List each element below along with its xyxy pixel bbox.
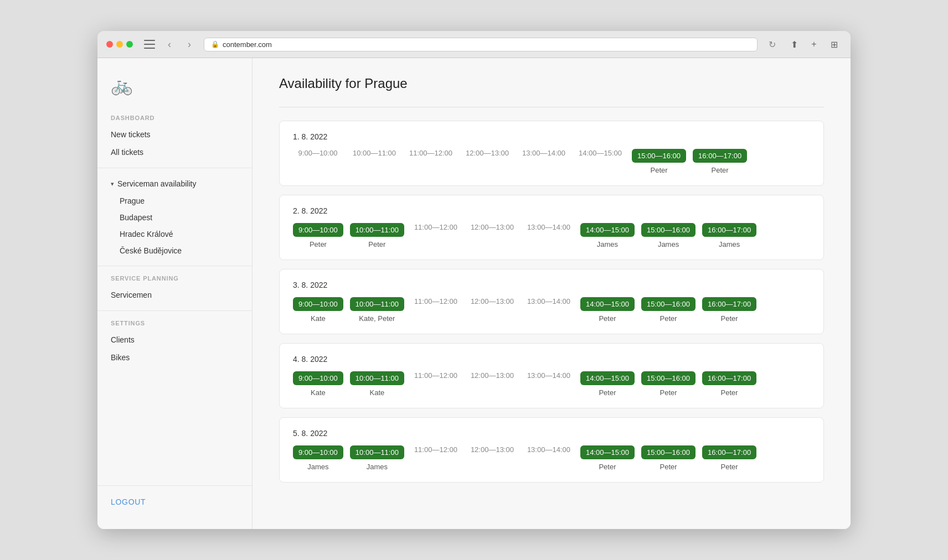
- slot-time-4-7: 15:00—16:00: [641, 371, 695, 385]
- slot-5-6[interactable]: 14:00—15:00Peter: [580, 445, 635, 471]
- slot-time-1-7: 15:00—16:00: [632, 149, 686, 163]
- slot-person-4-1: Kate: [311, 388, 326, 397]
- slot-2-4[interactable]: 12:00—13:00: [467, 223, 517, 248]
- slot-4-2[interactable]: 10:00—11:00Kate: [350, 371, 404, 397]
- slot-2-3[interactable]: 11:00—12:00: [411, 223, 461, 248]
- slot-2-8[interactable]: 16:00—17:00James: [702, 223, 756, 248]
- slot-time-5-6: 14:00—15:00: [580, 445, 635, 459]
- availability-card-day-1: 1. 8. 20229:00—10:0010:00—11:0011:00—12:…: [279, 121, 824, 186]
- slot-2-7[interactable]: 15:00—16:00James: [641, 223, 695, 248]
- grid-button[interactable]: ⊞: [826, 37, 842, 52]
- new-tab-button[interactable]: +: [806, 37, 822, 52]
- slot-person-3-6: Peter: [599, 314, 616, 323]
- slot-time-2-2: 10:00—11:00: [350, 223, 404, 237]
- address-bar[interactable]: 🔒 contember.com: [204, 38, 758, 51]
- sidebar-toggle-icon[interactable]: [144, 40, 155, 49]
- slot-4-5[interactable]: 13:00—14:00: [524, 371, 574, 397]
- sidebar-item-all-tickets[interactable]: All tickets: [97, 143, 252, 161]
- share-button[interactable]: ⬆: [786, 37, 802, 52]
- sidebar-item-clients[interactable]: Clients: [97, 331, 252, 349]
- slot-5-8[interactable]: 16:00—17:00Peter: [702, 445, 756, 471]
- slot-3-3[interactable]: 11:00—12:00: [411, 297, 461, 323]
- traffic-light-minimize[interactable]: [116, 41, 123, 48]
- traffic-light-fullscreen[interactable]: [126, 41, 133, 48]
- slot-time-2-1: 9:00—10:00: [293, 223, 343, 237]
- slot-4-7[interactable]: 15:00—16:00Peter: [641, 371, 695, 397]
- slot-4-6[interactable]: 14:00—15:00Peter: [580, 371, 635, 397]
- slot-4-1[interactable]: 9:00—10:00Kate: [293, 371, 343, 397]
- slot-person-1-8: Peter: [712, 166, 729, 174]
- slot-2-5[interactable]: 13:00—14:00: [524, 223, 574, 248]
- slot-time-3-3: 11:00—12:00: [414, 297, 457, 305]
- sidebar-item-new-tickets[interactable]: New tickets: [97, 126, 252, 143]
- sidebar-submenu-hradec-kralove[interactable]: Hradec Králové: [97, 226, 252, 242]
- traffic-light-close[interactable]: [106, 41, 113, 48]
- slot-5-2[interactable]: 10:00—11:00James: [350, 445, 404, 471]
- sidebar-submenu-budapest[interactable]: Budapest: [97, 209, 252, 226]
- slot-5-4[interactable]: 12:00—13:00: [467, 445, 517, 471]
- service-planning-label: SERVICE PLANNING: [97, 275, 252, 286]
- card-date-4: 4. 8. 2022: [293, 355, 810, 364]
- chevron-down-icon: ▾: [111, 180, 114, 188]
- slot-person-5-8: Peter: [721, 463, 738, 471]
- sidebar-item-servicemen[interactable]: Servicemen: [97, 286, 252, 304]
- sidebar-submenu-ceske-budejovice[interactable]: České Budějovice: [97, 242, 252, 259]
- slot-time-4-3: 11:00—12:00: [414, 371, 457, 380]
- slot-time-4-5: 13:00—14:00: [527, 371, 570, 380]
- slot-person-3-2: Kate, Peter: [359, 314, 395, 323]
- slot-person-2-8: James: [719, 240, 740, 248]
- slot-2-2[interactable]: 10:00—11:00Peter: [350, 223, 404, 248]
- slot-time-2-3: 11:00—12:00: [414, 223, 457, 231]
- slot-1-5[interactable]: 13:00—14:00: [519, 149, 569, 174]
- slot-time-1-4: 12:00—13:00: [466, 149, 509, 157]
- slot-1-3[interactable]: 11:00—12:00: [406, 149, 456, 174]
- slot-4-8[interactable]: 16:00—17:00Peter: [702, 371, 756, 397]
- slot-1-6[interactable]: 14:00—15:00: [575, 149, 625, 174]
- sidebar-divider-1: [97, 168, 252, 168]
- slot-4-4[interactable]: 12:00—13:00: [467, 371, 517, 397]
- slot-5-5[interactable]: 13:00—14:00: [524, 445, 574, 471]
- slot-1-4[interactable]: 12:00—13:00: [462, 149, 512, 174]
- sidebar-item-serviceman-availability[interactable]: ▾ Serviceman availability: [97, 175, 252, 193]
- slot-3-6[interactable]: 14:00—15:00Peter: [580, 297, 635, 323]
- browser-actions: ⬆ + ⊞: [786, 37, 842, 52]
- slot-time-4-4: 12:00—13:00: [471, 371, 514, 380]
- sidebar-section-serviceman: ▾ Serviceman availability Prague Budapes…: [97, 175, 252, 259]
- slot-time-3-8: 16:00—17:00: [702, 297, 756, 311]
- availability-card-day-3: 3. 8. 20229:00—10:00Kate10:00—11:00Kate,…: [279, 269, 824, 334]
- sidebar-submenu-prague[interactable]: Prague: [97, 193, 252, 209]
- slot-3-2[interactable]: 10:00—11:00Kate, Peter: [350, 297, 404, 323]
- slot-1-7[interactable]: 15:00—16:00Peter: [632, 149, 686, 174]
- slot-person-2-1: Peter: [310, 240, 327, 248]
- sidebar-section-settings: SETTINGS Clients Bikes: [97, 318, 252, 366]
- slot-2-6[interactable]: 14:00—15:00James: [580, 223, 635, 248]
- slot-3-7[interactable]: 15:00—16:00Peter: [641, 297, 695, 323]
- slot-person-4-2: Kate: [370, 388, 385, 397]
- nav-forward-button[interactable]: ›: [182, 37, 197, 52]
- slot-time-2-5: 13:00—14:00: [527, 223, 570, 231]
- slot-time-1-8: 16:00—17:00: [693, 149, 747, 163]
- slot-1-8[interactable]: 16:00—17:00Peter: [693, 149, 747, 174]
- time-slots-day-3: 9:00—10:00Kate10:00—11:00Kate, Peter11:0…: [293, 297, 810, 323]
- slot-2-1[interactable]: 9:00—10:00Peter: [293, 223, 343, 248]
- nav-back-button[interactable]: ‹: [162, 37, 177, 52]
- slot-time-3-4: 12:00—13:00: [471, 297, 514, 305]
- slot-time-2-7: 15:00—16:00: [641, 223, 695, 237]
- slot-time-5-2: 10:00—11:00: [350, 445, 404, 459]
- slot-1-2[interactable]: 10:00—11:00: [349, 149, 399, 174]
- logout-button[interactable]: LOGOUT: [111, 497, 146, 506]
- slot-1-1[interactable]: 9:00—10:00: [293, 149, 343, 174]
- slot-3-4[interactable]: 12:00—13:00: [467, 297, 517, 323]
- sidebar-item-bikes[interactable]: Bikes: [97, 349, 252, 366]
- slot-3-5[interactable]: 13:00—14:00: [524, 297, 574, 323]
- slot-5-3[interactable]: 11:00—12:00: [411, 445, 461, 471]
- slot-time-3-5: 13:00—14:00: [527, 297, 570, 305]
- slot-time-4-1: 9:00—10:00: [293, 371, 343, 385]
- slot-5-7[interactable]: 15:00—16:00Peter: [641, 445, 695, 471]
- slot-time-3-6: 14:00—15:00: [580, 297, 635, 311]
- slot-5-1[interactable]: 9:00—10:00James: [293, 445, 343, 471]
- slot-4-3[interactable]: 11:00—12:00: [411, 371, 461, 397]
- slot-3-8[interactable]: 16:00—17:00Peter: [702, 297, 756, 323]
- slot-3-1[interactable]: 9:00—10:00Kate: [293, 297, 343, 323]
- reload-button[interactable]: ↻: [764, 37, 780, 52]
